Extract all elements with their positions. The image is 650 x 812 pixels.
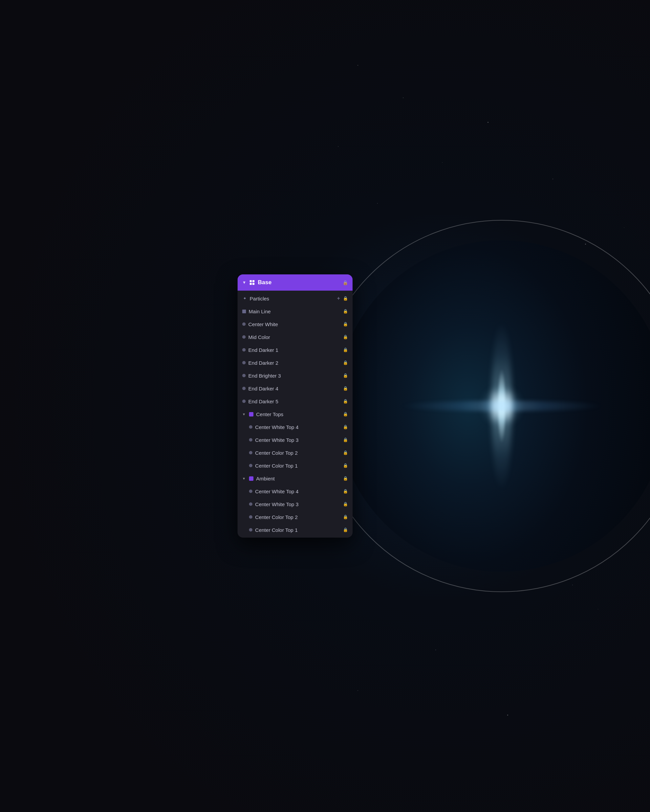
panel-content: Particles + 🔒 Main Line 🔒 <box>238 291 353 537</box>
lock-icon[interactable]: 🔒 <box>343 450 348 455</box>
light-ray-horizontal <box>400 401 603 411</box>
row-actions: 🔒 <box>343 476 348 481</box>
row-actions: 🔒 <box>343 528 348 532</box>
row-label: Center White Top 4 <box>255 488 340 494</box>
row-label: End Darker 1 <box>248 347 340 353</box>
group-square-icon <box>249 412 254 417</box>
lock-icon[interactable]: 🔒 <box>343 296 348 301</box>
row-actions: 🔒 <box>343 373 348 378</box>
row-label: Center Color Top 1 <box>255 463 340 469</box>
row-label: End Darker 2 <box>248 360 340 366</box>
lock-icon[interactable]: 🔒 <box>343 373 348 378</box>
lock-icon[interactable]: 🔒 <box>343 334 348 339</box>
row-label: Center White <box>248 321 340 327</box>
lock-icon[interactable]: 🔒 <box>343 489 348 494</box>
circle-icon <box>249 528 252 531</box>
row-label: Center White Top 3 <box>255 437 340 443</box>
row-label: End Darker 5 <box>248 398 340 404</box>
lock-icon[interactable]: 🔒 <box>343 438 348 442</box>
row-label: Center Tops <box>256 411 340 417</box>
row-label: Center White Top 4 <box>255 424 340 430</box>
layer-row[interactable]: Particles + 🔒 <box>238 292 353 305</box>
square-icon <box>242 310 246 313</box>
row-actions: + 🔒 <box>337 296 348 301</box>
lock-icon[interactable]: 🔒 <box>343 386 348 391</box>
layer-row[interactable]: End Darker 4 🔒 <box>238 382 353 395</box>
lock-icon[interactable]: 🔒 <box>343 412 348 417</box>
layer-row[interactable]: Center Color Top 2 🔒 <box>238 446 353 459</box>
lock-icon[interactable]: 🔒 <box>343 309 348 314</box>
row-label: Center Color Top 2 <box>255 450 340 456</box>
circle-icon <box>249 490 252 493</box>
lock-icon[interactable]: 🔒 <box>343 322 348 327</box>
header-lock-icon[interactable]: 🔒 <box>343 280 348 285</box>
sparkle-icon <box>242 296 247 301</box>
row-actions: 🔒 <box>343 438 348 442</box>
circle-icon <box>242 400 246 403</box>
orb-inner <box>336 240 650 572</box>
row-actions: 🔒 <box>343 463 348 468</box>
row-label: Mid Color <box>248 334 340 340</box>
row-label: Main Line <box>249 308 340 314</box>
row-actions: 🔒 <box>343 489 348 494</box>
row-actions: 🔒 <box>343 424 348 429</box>
lock-icon[interactable]: 🔒 <box>343 514 348 519</box>
group-row-ambient[interactable]: ▼ Ambient 🔒 <box>238 472 353 485</box>
lock-icon[interactable]: 🔒 <box>343 348 348 352</box>
row-actions: 🔒 <box>343 334 348 339</box>
row-actions: 🔒 <box>343 360 348 365</box>
lock-icon[interactable]: 🔒 <box>343 476 348 481</box>
row-actions: 🔒 <box>343 412 348 417</box>
layer-row[interactable]: Center White Top 4 🔒 <box>238 485 353 498</box>
row-label: Particles <box>250 296 335 301</box>
layer-row[interactable]: Center Color Top 2 🔒 <box>238 511 353 524</box>
header-grid-icon <box>249 280 254 285</box>
circle-icon <box>242 335 246 339</box>
row-actions: 🔒 <box>343 322 348 327</box>
chevron-down-icon: ▼ <box>242 412 246 416</box>
circle-icon <box>249 502 252 506</box>
panel-title: Base <box>258 279 339 286</box>
circle-icon <box>242 322 246 326</box>
add-icon[interactable]: + <box>337 296 340 301</box>
layer-row[interactable]: Center White 🔒 <box>238 318 353 331</box>
layer-row[interactable]: Center Color Top 1 🔒 <box>238 524 353 536</box>
layer-row[interactable]: End Darker 5 🔒 <box>238 395 353 408</box>
layer-row[interactable]: Center White Top 4 🔒 <box>238 421 353 433</box>
collapse-arrow[interactable]: ▼ <box>242 280 246 285</box>
lock-icon[interactable]: 🔒 <box>343 424 348 429</box>
row-actions: 🔒 <box>343 309 348 314</box>
row-actions: 🔒 <box>343 399 348 404</box>
group-row-center-tops[interactable]: ▼ Center Tops 🔒 <box>238 408 353 421</box>
lock-icon[interactable]: 🔒 <box>343 360 348 365</box>
layer-row[interactable]: Center Color Top 1 🔒 <box>238 459 353 472</box>
row-actions: 🔒 <box>343 514 348 519</box>
lock-icon[interactable]: 🔒 <box>343 528 348 532</box>
lock-icon[interactable]: 🔒 <box>343 463 348 468</box>
layer-row[interactable]: Mid Color 🔒 <box>238 331 353 343</box>
group-square-icon <box>249 476 254 481</box>
row-actions: 🔒 <box>343 386 348 391</box>
circle-icon <box>249 451 252 454</box>
layer-row[interactable]: End Darker 1 🔒 <box>238 343 353 356</box>
panel-header[interactable]: ▼ Base 🔒 <box>238 275 353 291</box>
chevron-down-icon: ▼ <box>242 477 246 481</box>
layer-row[interactable]: Main Line 🔒 <box>238 305 353 318</box>
circle-icon <box>242 361 246 365</box>
row-label: End Darker 4 <box>248 386 340 391</box>
lock-icon[interactable]: 🔒 <box>343 502 348 507</box>
circle-icon <box>249 464 252 467</box>
layer-row[interactable]: Center White Top 3 🔒 <box>238 433 353 446</box>
layer-row[interactable]: Center White Top 3 🔒 <box>238 498 353 511</box>
circle-icon <box>242 387 246 390</box>
circle-icon <box>249 515 252 519</box>
layer-row[interactable]: End Brighter 3 🔒 <box>238 369 353 382</box>
row-actions: 🔒 <box>343 450 348 455</box>
row-label: Center Color Top 2 <box>255 514 340 520</box>
row-label: End Brighter 3 <box>248 373 340 379</box>
lock-icon[interactable]: 🔒 <box>343 399 348 404</box>
panel-wrapper: ▼ Base 🔒 Particles + 🔒 <box>238 275 353 537</box>
layer-row[interactable]: End Darker 2 🔒 <box>238 356 353 369</box>
circle-icon <box>242 374 246 377</box>
row-label: Center Color Top 1 <box>255 527 340 533</box>
